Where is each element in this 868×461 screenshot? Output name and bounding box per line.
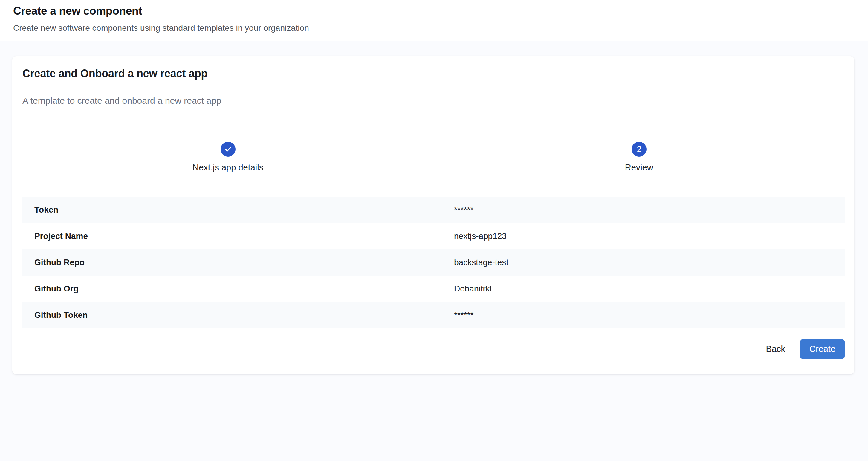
- create-button[interactable]: Create: [800, 339, 845, 359]
- page-header: Create a new component Create new softwa…: [0, 0, 868, 41]
- table-row: Github Token ******: [23, 302, 845, 328]
- row-value: backstage-test: [454, 258, 833, 267]
- stepper: Next.js app details 2 Review: [23, 142, 845, 173]
- row-label: Github Token: [34, 310, 454, 320]
- step-number: 2: [637, 145, 642, 153]
- card-footer: Back Create: [23, 339, 845, 359]
- main-content: Create and Onboard a new react app A tem…: [0, 41, 868, 374]
- check-icon: [224, 145, 232, 153]
- back-button[interactable]: Back: [758, 340, 792, 358]
- table-row: Github Org Debanitrkl: [23, 276, 845, 302]
- row-value: nextjs-app123: [454, 232, 833, 241]
- row-value: Debanitrkl: [454, 284, 833, 294]
- row-label: Github Org: [34, 284, 454, 294]
- row-label: Github Repo: [34, 258, 454, 267]
- step-label-review: Review: [625, 162, 653, 173]
- step-review: 2 Review: [434, 142, 845, 173]
- row-value: ******: [454, 205, 833, 215]
- stepper-connector-line: [242, 149, 625, 150]
- row-label: Token: [34, 205, 454, 215]
- table-row: Token ******: [23, 197, 845, 223]
- step-label-nextjs-app-details: Next.js app details: [192, 162, 263, 173]
- table-row: Project Name nextjs-app123: [23, 223, 845, 249]
- page-title: Create a new component: [13, 4, 855, 18]
- row-value: ******: [454, 310, 833, 320]
- step-nextjs-app-details: Next.js app details: [23, 142, 434, 173]
- step-completed-circle: [221, 142, 236, 157]
- table-row: Github Repo backstage-test: [23, 249, 845, 276]
- template-card-subtitle: A template to create and onboard a new r…: [23, 95, 845, 106]
- template-card-title: Create and Onboard a new react app: [23, 67, 845, 80]
- review-table: Token ****** Project Name nextjs-app123 …: [23, 197, 845, 328]
- template-card: Create and Onboard a new react app A tem…: [12, 56, 854, 374]
- step-active-circle: 2: [631, 142, 647, 157]
- page-subtitle: Create new software components using sta…: [13, 23, 855, 33]
- row-label: Project Name: [34, 232, 454, 241]
